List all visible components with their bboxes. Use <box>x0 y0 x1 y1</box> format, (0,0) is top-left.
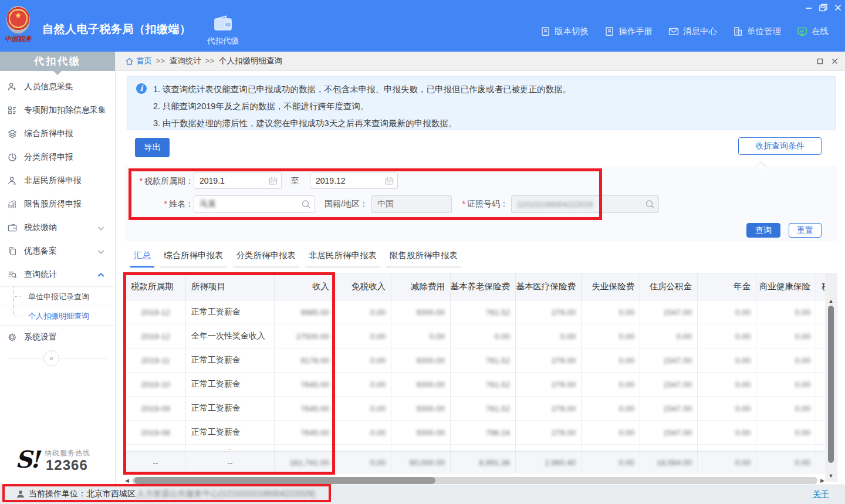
chevron-down-icon <box>96 247 106 256</box>
close-button[interactable] <box>830 1 845 14</box>
table-cell: 2,960.40 <box>516 451 582 473</box>
sidebar-item-2[interactable]: 综合所得申报 <box>0 122 115 146</box>
scroll-up-arrow[interactable]: ▲ <box>825 297 837 305</box>
sidebar-menu: 人员信息采集专项附加扣除信息采集综合所得申报分类所得申报非居民所得申报限售股所得… <box>0 75 115 349</box>
search-button[interactable]: 查询 <box>746 223 780 238</box>
sidebar-item-7[interactable]: 优惠备案 <box>0 239 115 263</box>
table-cell: 0.00 <box>698 373 756 397</box>
table-cell: 5000.00 <box>391 300 451 324</box>
scroll-right-arrow[interactable]: ▶ <box>820 478 824 483</box>
sidebar-item-1[interactable]: 专项附加扣除信息采集 <box>0 99 115 122</box>
horizontal-scrollbar[interactable]: ◀ ▶ <box>125 476 824 485</box>
restore-button[interactable] <box>816 1 830 14</box>
table-cell: 161,741.00 <box>275 451 335 473</box>
menu-version-switch[interactable]: 版本切换 <box>540 26 589 37</box>
table-cell: 住房公积金 <box>640 273 698 300</box>
sidebar-item-0[interactable]: 人员信息采集 <box>0 75 115 99</box>
table-header: 税款所属期所得项目收入免税收入减除费用基本养老保险费基本医疗保险费失业保险费住房… <box>126 273 824 300</box>
table-cell: 0.00 <box>516 324 582 349</box>
sidebar-header: 代扣代缴 <box>0 52 115 71</box>
panel-restore-icon[interactable] <box>817 58 823 65</box>
menu-online-status[interactable]: 在线 <box>797 26 829 37</box>
tab-4[interactable]: 限售股所得申报表 <box>386 250 461 268</box>
brand-caption: 中国税务 <box>0 35 36 43</box>
table-cell: 5000.00 <box>391 349 451 373</box>
period-from-input[interactable]: 2019.1 <box>194 172 282 189</box>
table-cell: 失业保险费 <box>582 273 640 300</box>
app-window: ★ 中国税务 自然人电子税务局（扣缴端） 代扣代缴 版本切换 操作手册 消息中 <box>0 0 845 504</box>
sidebar-item-5[interactable]: 限售股所得申报 <box>0 192 115 216</box>
window-controls <box>801 1 845 14</box>
id-input[interactable]: 110102199304222029 <box>511 195 659 213</box>
period-to-input[interactable]: 2019.12 <box>310 172 398 189</box>
query-form-panel: *税款所属期： 2019.1 至 2019.12 *姓名： 马某 国籍/地区： <box>125 166 837 241</box>
vscroll-thumb[interactable] <box>828 306 834 463</box>
table-cell <box>516 445 582 451</box>
to-label: 至 <box>289 176 301 187</box>
sidebar-item-3[interactable]: 分类所得申报 <box>0 146 115 169</box>
sidebar-collapse-button[interactable]: « <box>43 350 59 366</box>
table-cell: 1547.00 <box>640 349 698 373</box>
table-cell: 0.00 <box>335 373 391 397</box>
sidebar-item-4[interactable]: 非居民所得申报 <box>0 169 115 192</box>
name-input[interactable]: 马某 <box>194 195 315 213</box>
collapse-query-button[interactable]: 收折查询条件 <box>738 137 822 155</box>
sidebar-subitem-1[interactable]: 个人扣缴明细查询 <box>0 306 115 326</box>
table-cell: 0.00 <box>756 397 816 421</box>
notice-line-1: 1. 该查询统计表仅能查询已申报成功的数据，不包含未申报、申报失败，已申报但已作… <box>153 81 826 98</box>
search-icon[interactable] <box>301 199 311 209</box>
table-cell: 0.00 <box>582 373 640 397</box>
breadcrumb-current: 个人扣缴明细查询 <box>219 56 282 66</box>
table-cell: 0.00 <box>582 300 640 324</box>
hscroll-thumb[interactable] <box>134 477 435 484</box>
sidebar-subitem-0[interactable]: 单位申报记录查询 <box>0 287 115 306</box>
sidebar-item-9[interactable]: 系统设置 <box>0 326 115 349</box>
table-cell: -- <box>126 451 186 473</box>
nationality-input[interactable]: 中国 <box>371 195 452 213</box>
tab-3[interactable]: 非居民所得申报表 <box>305 250 380 268</box>
scroll-left-arrow[interactable]: ◀ <box>125 478 129 483</box>
main-area: 首页 >> 查询统计 >> 个人扣缴明细查询 i 1. 该查询统计表仅能查询已申… <box>116 52 845 485</box>
vertical-scrollbar[interactable]: ▲ ▼ <box>825 273 837 482</box>
breadcrumb-section[interactable]: 查询统计 <box>170 56 201 66</box>
table-cell: 2019-08 <box>126 421 186 445</box>
header-nav-daikou[interactable]: 代扣代缴 <box>203 14 243 46</box>
panel-close-icon[interactable] <box>832 58 838 65</box>
table-cell: 7645.00 <box>275 373 335 397</box>
monitor-check-icon <box>797 26 807 37</box>
sidebar-item-8[interactable]: 查询统计 <box>0 263 115 286</box>
tab-1[interactable]: 综合所得申报表 <box>160 250 227 268</box>
breadcrumb: 首页 >> 查询统计 >> 个人扣缴明细查询 <box>116 52 845 71</box>
sidebar-submenu: 单位申报记录查询个人扣缴明细查询 <box>0 286 115 326</box>
menu-unit-management[interactable]: 单位管理 <box>733 26 781 37</box>
scroll-down-arrow[interactable]: ▼ <box>825 472 837 480</box>
table-cell: 761.52 <box>451 397 516 421</box>
period-label: *税款所属期： <box>125 176 194 187</box>
table-cell <box>582 445 640 451</box>
table-row: 2019-12正常工资薪金9985.000.005000.00761.52279… <box>126 300 824 324</box>
tab-2[interactable]: 分类所得申报表 <box>233 250 300 268</box>
search-icon[interactable] <box>645 199 655 209</box>
about-link[interactable]: 关于 <box>813 489 829 500</box>
export-button[interactable]: 导出 <box>135 138 170 157</box>
minimize-button[interactable] <box>801 1 816 14</box>
table-cell: 0.00 <box>756 373 816 397</box>
gear-icon <box>8 333 17 342</box>
table-cell: 2019-09 <box>126 397 186 421</box>
breadcrumb-home[interactable]: 首页 <box>136 56 152 66</box>
tab-0[interactable]: 汇总 <box>130 250 154 268</box>
menu-message-center[interactable]: 消息中心 <box>668 26 717 37</box>
menu-manual[interactable]: 操作手册 <box>604 26 653 37</box>
table-cell: 798.24 <box>451 421 516 445</box>
info-icon: i <box>136 83 147 94</box>
table-row: 2019-11正常工资薪金9178.000.005000.00761.52279… <box>126 349 824 373</box>
notice-line-3: 3. 由于数据处理的滞后性，建议您在申报成功3天之后再来查询最新的申报数据。 <box>153 115 826 132</box>
copy-icon <box>8 246 17 256</box>
sidebar-item-6[interactable]: 税款缴纳 <box>0 216 115 239</box>
table-cell: 0.00 <box>756 349 816 373</box>
table-cell: 0.00 <box>335 421 391 445</box>
reset-button[interactable]: 重置 <box>789 223 822 238</box>
person-icon <box>8 176 17 185</box>
result-tabs: 汇总综合所得申报表分类所得申报表非居民所得申报表限售股所得申报表 <box>130 250 467 268</box>
table-cell: 税款所属期 <box>126 273 186 300</box>
